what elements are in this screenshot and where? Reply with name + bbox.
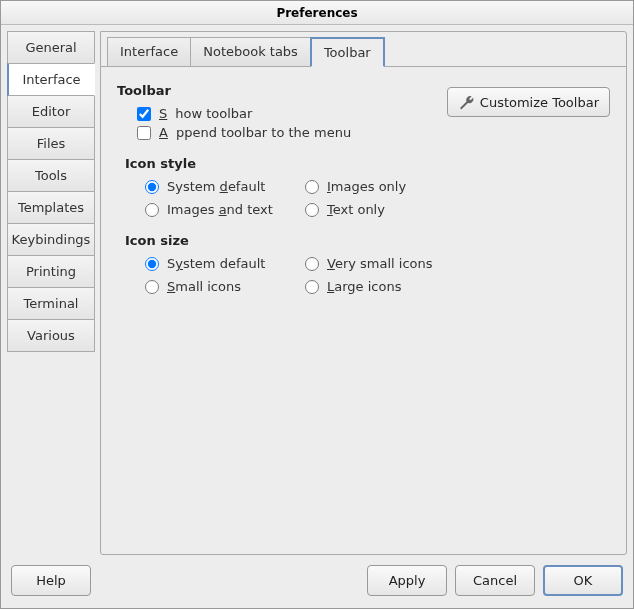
icon-size-group: System defaultVery small iconsSmall icon… — [145, 256, 610, 294]
icon-style-group: System defaultImages onlyImages and text… — [145, 179, 610, 217]
sidetab-printing[interactable]: Printing — [7, 255, 95, 288]
icon-size-label: Small icons — [167, 279, 241, 294]
icon-style-label: Images only — [327, 179, 406, 194]
icon-style-option-images-only[interactable]: Images only — [305, 179, 465, 194]
sidetab-templates[interactable]: Templates — [7, 191, 95, 224]
icon-style-radio[interactable] — [145, 203, 159, 217]
tab-pane-toolbar: Customize Toolbar Toolbar Show toolbar A… — [101, 66, 626, 554]
icon-style-label: Images and text — [167, 202, 273, 217]
icon-size-option-system-default[interactable]: System default — [145, 256, 305, 271]
sidetab-keybindings[interactable]: Keybindings — [7, 223, 95, 256]
append-toolbar-checkbox[interactable] — [137, 126, 151, 140]
sidetab-various[interactable]: Various — [7, 319, 95, 352]
main-area: GeneralInterfaceEditorFilesToolsTemplate… — [1, 25, 633, 555]
show-toolbar-checkbox[interactable] — [137, 107, 151, 121]
icon-size-radio[interactable] — [145, 280, 159, 294]
icon-style-option-text-only[interactable]: Text only — [305, 202, 465, 217]
titlebar: Preferences — [1, 1, 633, 25]
sidetab-terminal[interactable]: Terminal — [7, 287, 95, 320]
cancel-button[interactable]: Cancel — [455, 565, 535, 596]
help-button[interactable]: Help — [11, 565, 91, 596]
icon-style-radio[interactable] — [145, 180, 159, 194]
footer: Help Apply Cancel OK — [1, 555, 633, 608]
icon-size-radio[interactable] — [305, 280, 319, 294]
icon-size-option-small-icons[interactable]: Small icons — [145, 279, 305, 294]
icon-style-label: Text only — [327, 202, 385, 217]
icon-size-radio[interactable] — [145, 257, 159, 271]
icon-size-label: Very small icons — [327, 256, 433, 271]
icon-size-label: Large icons — [327, 279, 401, 294]
side-tabs: GeneralInterfaceEditorFilesToolsTemplate… — [7, 31, 95, 555]
icon-size-option-very-small-icons[interactable]: Very small icons — [305, 256, 465, 271]
customize-toolbar-label: Customize Toolbar — [480, 95, 599, 110]
append-toolbar-row: Append toolbar to the menu — [137, 125, 610, 140]
show-toolbar-label[interactable]: Show toolbar — [159, 106, 252, 121]
append-toolbar-label[interactable]: Append toolbar to the menu — [159, 125, 351, 140]
icon-size-radio[interactable] — [305, 257, 319, 271]
sidetab-editor[interactable]: Editor — [7, 95, 95, 128]
window-title: Preferences — [276, 6, 357, 20]
icon-size-label: System default — [167, 256, 265, 271]
section-title-icon-size: Icon size — [125, 233, 610, 248]
wrench-icon — [458, 94, 474, 110]
sidetab-general[interactable]: General — [7, 31, 95, 64]
icon-style-label: System default — [167, 179, 265, 194]
icon-style-option-system-default[interactable]: System default — [145, 179, 305, 194]
icon-style-radio[interactable] — [305, 180, 319, 194]
customize-toolbar-button[interactable]: Customize Toolbar — [447, 87, 610, 117]
top-tabs: InterfaceNotebook tabsToolbar — [101, 37, 626, 67]
ok-button[interactable]: OK — [543, 565, 623, 596]
sidetab-interface[interactable]: Interface — [7, 63, 95, 96]
sidetab-files[interactable]: Files — [7, 127, 95, 160]
icon-style-option-images-and-text[interactable]: Images and text — [145, 202, 305, 217]
icon-size-option-large-icons[interactable]: Large icons — [305, 279, 465, 294]
apply-button[interactable]: Apply — [367, 565, 447, 596]
footer-spacer — [99, 565, 359, 596]
tab-notebook-tabs[interactable]: Notebook tabs — [190, 37, 311, 67]
tab-interface[interactable]: Interface — [107, 37, 191, 67]
sidetab-tools[interactable]: Tools — [7, 159, 95, 192]
section-title-icon-style: Icon style — [125, 156, 610, 171]
tab-toolbar[interactable]: Toolbar — [310, 37, 385, 67]
icon-style-radio[interactable] — [305, 203, 319, 217]
content-pane: InterfaceNotebook tabsToolbar Customize … — [100, 31, 627, 555]
